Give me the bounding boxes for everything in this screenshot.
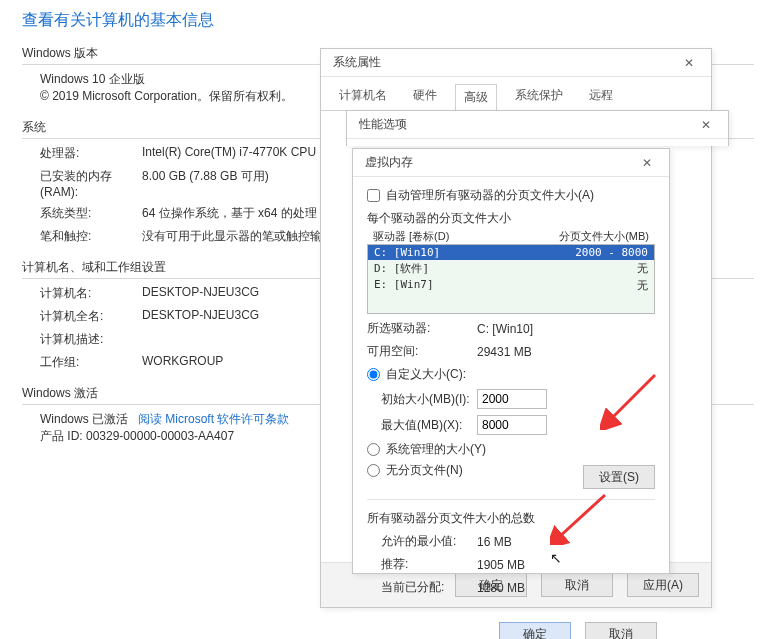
sysprop-tabs: 计算机名 硬件 高级 系统保护 远程 (321, 77, 711, 111)
close-icon[interactable]: ✕ (692, 114, 720, 136)
cursor-icon: ↖ (550, 550, 562, 566)
workgroup-label: 工作组: (22, 354, 142, 371)
pcdesc-label: 计算机描述: (22, 331, 142, 348)
rec-value: 1905 MB (477, 558, 655, 572)
initial-size-input[interactable] (477, 389, 547, 409)
custom-size-radio[interactable]: 自定义大小(C): (367, 366, 655, 383)
rec-label: 推荐: (367, 556, 477, 573)
cpu-label: 处理器: (22, 145, 142, 162)
set-button[interactable]: 设置(S) (583, 465, 655, 489)
drive-row[interactable]: D: [软件] 无 (368, 260, 654, 277)
tab-advanced[interactable]: 高级 (455, 84, 497, 111)
system-managed-radio[interactable]: 系统管理的大小(Y) (367, 441, 655, 458)
page-title: 查看有关计算机的基本信息 (22, 10, 754, 31)
virtual-memory-dialog: 虚拟内存 ✕ 自动管理所有驱动器的分页文件大小(A) 每个驱动器的分页文件大小 … (352, 148, 670, 574)
ram-label: 已安装的内存(RAM): (22, 168, 142, 199)
col-size: 分页文件大小(MB) (559, 229, 649, 244)
vm-title: 虚拟内存 (365, 154, 413, 171)
drive-row[interactable]: E: [Win7] 无 (368, 277, 654, 294)
auto-manage-checkbox[interactable]: 自动管理所有驱动器的分页文件大小(A) (367, 187, 655, 204)
auto-manage-label: 自动管理所有驱动器的分页文件大小(A) (386, 187, 594, 204)
drive-row[interactable]: C: [Win10] 2000 - 8000 (368, 245, 654, 260)
tab-remote[interactable]: 远程 (581, 83, 621, 110)
tab-hardware[interactable]: 硬件 (405, 83, 445, 110)
close-icon[interactable]: ✕ (633, 152, 661, 174)
cur-value: 1280 MB (477, 581, 655, 595)
drives-listbox[interactable]: C: [Win10] 2000 - 8000 D: [软件] 无 E: [Win… (367, 244, 655, 314)
auto-manage-input[interactable] (367, 189, 380, 202)
each-drive-label: 每个驱动器的分页文件大小 (367, 210, 655, 227)
activated-text: Windows 已激活 (40, 412, 128, 426)
selected-drive-label: 所选驱动器: (367, 320, 477, 337)
vm-cancel-button[interactable]: 取消 (585, 622, 657, 639)
close-icon[interactable]: ✕ (675, 52, 703, 74)
license-link[interactable]: 阅读 Microsoft 软件许可条款 (138, 412, 289, 426)
cur-label: 当前已分配: (367, 579, 477, 596)
initial-size-label: 初始大小(MB)(I): (367, 391, 477, 408)
max-size-input[interactable] (477, 415, 547, 435)
available-value: 29431 MB (477, 345, 655, 359)
sysprop-title: 系统属性 (333, 54, 381, 71)
selected-drive-value: C: [Win10] (477, 322, 655, 336)
fullname-label: 计算机全名: (22, 308, 142, 325)
min-label: 允许的最小值: (367, 533, 477, 550)
pcname-label: 计算机名: (22, 285, 142, 302)
min-value: 16 MB (477, 535, 655, 549)
max-size-label: 最大值(MB)(X): (367, 417, 477, 434)
perf-title: 性能选项 (359, 116, 407, 133)
totals-heading: 所有驱动器分页文件大小的总数 (367, 510, 655, 527)
performance-options-dialog: 性能选项 ✕ (346, 110, 729, 146)
tab-protection[interactable]: 系统保护 (507, 83, 571, 110)
pen-label: 笔和触控: (22, 228, 142, 245)
systype-label: 系统类型: (22, 205, 142, 222)
vm-ok-button[interactable]: 确定 (499, 622, 571, 639)
col-drive: 驱动器 [卷标(D) (373, 229, 449, 244)
available-label: 可用空间: (367, 343, 477, 360)
tab-computer-name[interactable]: 计算机名 (331, 83, 395, 110)
